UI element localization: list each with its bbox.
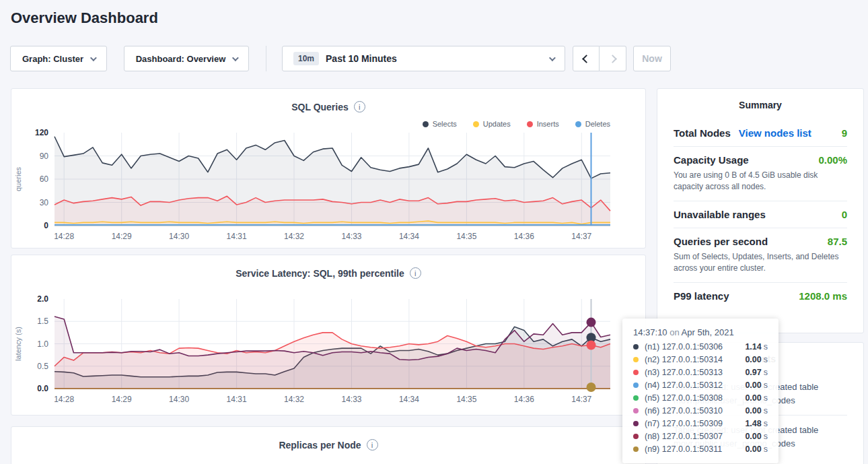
svg-text:2.0: 2.0 — [37, 294, 48, 304]
graph-dropdown-label: Graph: Cluster — [22, 54, 83, 64]
tooltip-row: (n6) 127.0.0.1:503100.00s — [633, 406, 768, 416]
tooltip-row: (n3) 127.0.0.1:503130.97s — [633, 368, 768, 377]
latency-unit: s — [764, 368, 768, 377]
svg-text:14:30: 14:30 — [169, 232, 189, 241]
chevron-down-icon — [90, 55, 97, 61]
series-color-dot — [633, 408, 639, 413]
sql-queries-title: SQL Queries — [291, 102, 349, 112]
svg-text:90: 90 — [40, 152, 49, 161]
chevron-right-icon — [608, 55, 617, 63]
unavailable-ranges-label: Unavailable ranges — [674, 209, 766, 220]
summary-row-total-nodes: Total Nodes View nodes list 9 — [674, 120, 847, 147]
sql-queries-chart[interactable]: 030609012014:2814:2914:3014:3114:3214:33… — [11, 126, 637, 246]
view-nodes-list-link[interactable]: View nodes list — [739, 127, 811, 139]
tooltip-time: 14:37:10 — [633, 327, 667, 337]
series-color-dot — [633, 446, 639, 452]
total-nodes-value: 9 — [842, 127, 847, 139]
page-title: Overview Dashboard — [11, 9, 158, 27]
chevron-down-icon — [549, 55, 556, 61]
svg-text:14:33: 14:33 — [341, 232, 361, 241]
series-color-dot — [633, 421, 639, 426]
hover-dot — [587, 340, 596, 350]
node-address: (n8) 127.0.0.1:50307 — [645, 432, 723, 441]
svg-text:14:36: 14:36 — [514, 395, 534, 404]
tooltip-row: (n5) 127.0.0.1:503080.00s — [633, 393, 768, 403]
tooltip-row: (n2) 127.0.0.1:503140.00s — [633, 355, 768, 364]
series-color-dot — [633, 357, 639, 362]
latency-unit: s — [764, 393, 768, 403]
node-address: (n1) 127.0.0.1:50306 — [645, 342, 723, 352]
summary-body: Total Nodes View nodes list 9 Capacity U… — [657, 120, 863, 309]
latency-value: 0.00 — [745, 406, 761, 416]
series-color-dot — [633, 383, 639, 388]
hover-dot — [587, 318, 596, 327]
tooltip-timestamp: 14:37:10 on Apr 5th, 2021 — [633, 327, 768, 337]
svg-text:14:34: 14:34 — [399, 232, 419, 241]
tooltip-date: Apr 5th, 2021 — [682, 327, 734, 337]
svg-text:14:29: 14:29 — [112, 232, 132, 241]
tooltip-row: (n1) 127.0.0.1:503061.14s — [633, 342, 768, 352]
info-icon[interactable]: i — [367, 439, 378, 451]
svg-text:14:31: 14:31 — [227, 232, 247, 241]
summary-panel: Summary Total Nodes View nodes list 9 Ca… — [657, 88, 864, 333]
tooltip-preposition: on — [670, 327, 679, 337]
time-nav-group — [573, 46, 626, 71]
time-next-button[interactable] — [600, 46, 626, 71]
svg-text:1.5: 1.5 — [37, 317, 48, 326]
svg-text:14:37: 14:37 — [571, 395, 591, 404]
node-address: (n4) 127.0.0.1:50312 — [645, 380, 723, 390]
summary-row-capacity-usage: Capacity Usage 0.00% You are using 0 B o… — [674, 147, 847, 201]
svg-text:14:28: 14:28 — [54, 232, 74, 241]
graph-dropdown[interactable]: Graph: Cluster — [10, 46, 107, 71]
time-range-selector[interactable]: 10m Past 10 Minutes — [282, 46, 565, 71]
node-address: (n2) 127.0.0.1:50314 — [645, 355, 723, 364]
svg-text:14:30: 14:30 — [169, 395, 189, 404]
queries-per-second-label: Queries per second — [674, 236, 768, 247]
svg-text:14:36: 14:36 — [514, 232, 534, 241]
service-latency-title: Service Latency: SQL, 99th percentile — [236, 268, 404, 279]
svg-text:queries: queries — [14, 166, 22, 191]
time-range-badge: 10m — [293, 52, 319, 65]
latency-value: 0.00 — [745, 355, 761, 364]
unavailable-ranges-value: 0 — [842, 209, 847, 220]
node-address: (n7) 127.0.0.1:50309 — [645, 419, 723, 428]
info-icon[interactable]: i — [410, 267, 421, 279]
tooltip-row: (n4) 127.0.0.1:503120.00s — [633, 380, 768, 390]
service-latency-panel: Service Latency: SQL, 99th percentile i … — [11, 255, 646, 416]
node-address: (n9) 127.0.0.1:50311 — [645, 444, 722, 454]
service-latency-chart[interactable]: 0.00.51.01.52.014:2814:2914:3014:3114:32… — [11, 292, 637, 409]
svg-text:14:34: 14:34 — [399, 395, 419, 404]
queries-per-second-value: 87.5 — [828, 236, 847, 247]
summary-row-queries-per-second: Queries per second 87.5 Sum of Selects, … — [674, 228, 847, 283]
svg-text:14:32: 14:32 — [284, 395, 304, 404]
sql-queries-panel: SQL Queries i SelectsUpdatesInsertsDelet… — [11, 88, 646, 248]
tooltip-row: (n8) 127.0.0.1:503070.00s — [633, 432, 768, 441]
time-prev-button[interactable] — [573, 46, 600, 71]
summary-row-unavailable-ranges: Unavailable ranges 0 — [674, 201, 847, 228]
tooltip-row: (n7) 127.0.0.1:503091.48s — [633, 419, 768, 428]
svg-text:1.0: 1.0 — [37, 339, 48, 349]
series-color-dot — [633, 344, 639, 350]
now-button[interactable]: Now — [633, 46, 671, 71]
total-nodes-label: Total Nodes — [674, 127, 731, 139]
p99-latency-label: P99 latency — [674, 290, 729, 302]
svg-text:14:32: 14:32 — [284, 232, 304, 241]
latency-value: 1.14 — [745, 342, 761, 352]
series-color-dot — [633, 434, 639, 439]
summary-title: Summary — [657, 89, 863, 110]
dashboard-dropdown[interactable]: Dashboard: Overview — [124, 46, 249, 71]
svg-text:14:35: 14:35 — [456, 395, 476, 404]
info-icon[interactable]: i — [354, 101, 365, 112]
svg-text:14:35: 14:35 — [456, 232, 476, 241]
dashboard-dropdown-label: Dashboard: Overview — [136, 54, 226, 64]
p99-latency-value: 1208.0 ms — [799, 290, 847, 302]
chart-hover-tooltip: 14:37:10 on Apr 5th, 2021 (n1) 127.0.0.1… — [622, 319, 779, 463]
latency-unit: s — [764, 342, 768, 352]
latency-value: 0.00 — [745, 432, 761, 441]
latency-value: 1.48 — [745, 419, 761, 428]
svg-text:14:29: 14:29 — [112, 395, 132, 404]
toolbar-divider — [266, 46, 266, 71]
node-address: (n5) 127.0.0.1:50308 — [645, 393, 723, 403]
svg-text:30: 30 — [40, 198, 49, 207]
chevron-down-icon — [232, 55, 239, 61]
